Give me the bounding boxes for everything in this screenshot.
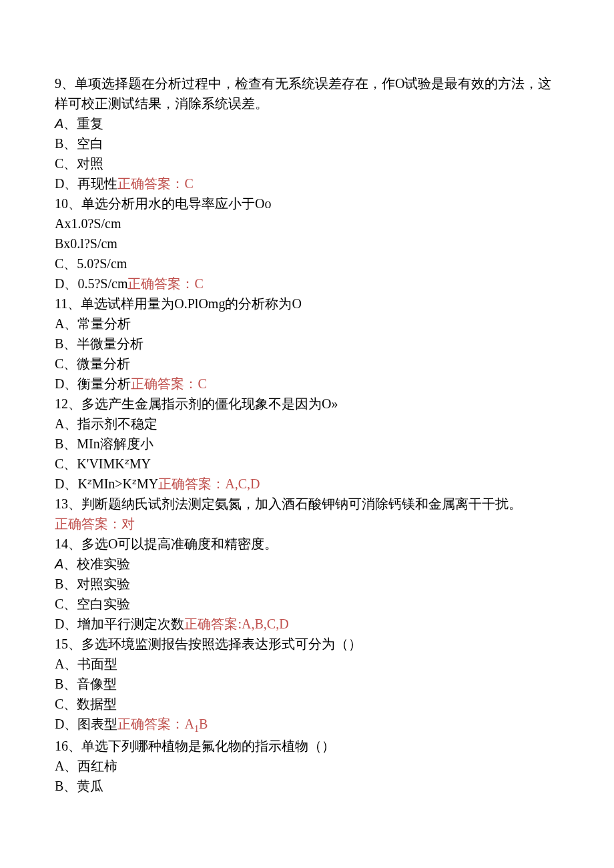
- q11-option-a: A、常量分析: [55, 314, 559, 334]
- q12-prompt: 12、多选产生金属指示剂的僵化现象不是因为O»: [55, 394, 559, 414]
- q10-option-b: Bx0.l?S/cm: [55, 234, 559, 254]
- italic-letter: A: [55, 556, 63, 571]
- q14-option-d: D、增加平行测定次数正确答案:A,B,C,D: [55, 614, 559, 634]
- q10-answer: 正确答案：C: [127, 276, 203, 291]
- q9-option-d-text: D、再现性: [55, 176, 117, 191]
- q15-option-a: A、书面型: [55, 654, 559, 674]
- q12-option-d: D、KᶻMIn>KᶻMY正确答案：A,C,D: [55, 474, 559, 494]
- q11-option-d: D、衡量分析正确答案：C: [55, 374, 559, 394]
- q14-option-b: B、对照实验: [55, 574, 559, 594]
- q11-option-d-text: D、衡量分析: [55, 376, 131, 391]
- q9-answer: 正确答案：C: [117, 176, 193, 191]
- italic-letter: A: [55, 116, 63, 131]
- q14-prompt: 14、多选O可以提高准确度和精密度。: [55, 534, 559, 554]
- q12-answer: 正确答案：A,C,D: [158, 476, 260, 491]
- q10-option-d: D、0.5?S/cm正确答案：C: [55, 274, 559, 294]
- q11-option-b: B、半微量分析: [55, 334, 559, 354]
- q9-prompt: 9、单项选择题在分析过程中，检查有无系统误差存在，作O试验是最有效的方法，这样可…: [55, 73, 559, 113]
- q10-prompt: 10、单选分析用水的电导率应小于Oo: [55, 193, 559, 213]
- q16-option-a: A、西红柿: [55, 756, 559, 776]
- q13-prompt: 13、判断题纳氏试剂法测定氨氮，加入酒石酸钾钠可消除钙镁和金属离干干扰。: [55, 494, 559, 514]
- q9-option-c: C、对照: [55, 153, 559, 173]
- q12-option-b: B、MIn溶解度小: [55, 434, 559, 454]
- q11-prompt: 11、单选试样用量为O.PlOmg的分析称为O: [55, 294, 559, 314]
- q11-answer: 正确答案：C: [131, 376, 206, 391]
- q9-option-a: A、重复: [55, 113, 559, 133]
- q15-option-b: B、音像型: [55, 674, 559, 694]
- q15-answer-head: 正确答案：A: [117, 717, 194, 731]
- q15-option-d-text: D、图表型: [55, 717, 117, 731]
- q14-option-c: C、空白实验: [55, 594, 559, 614]
- q9-option-d: D、再现性正确答案：C: [55, 173, 559, 193]
- q12-option-a: A、指示剂不稳定: [55, 414, 559, 434]
- q14-answer: 正确答案:A,B,C,D: [184, 616, 288, 631]
- q14-option-a-text: 、校准实验: [63, 556, 130, 571]
- q15-prompt: 15、多选环境监测报告按照选择表达形式可分为（）: [55, 634, 559, 654]
- q10-option-a: Ax1.0?S/cm: [55, 213, 559, 234]
- q15-answer-sub: 1: [194, 724, 199, 734]
- q12-option-c: C、K'VIMKᶻMY: [55, 454, 559, 474]
- q13-answer: 正确答案：对: [55, 514, 559, 534]
- q14-option-a: A、校准实验: [55, 554, 559, 574]
- q12-option-d-text: D、KᶻMIn>KᶻMY: [55, 476, 158, 491]
- q16-prompt: 16、单选下列哪种植物是氟化物的指示植物（）: [55, 736, 559, 756]
- q10-option-d-text: D、0.5?S/cm: [55, 276, 127, 291]
- q15-answer-tail: B: [199, 717, 208, 731]
- q11-option-c: C、微量分析: [55, 354, 559, 374]
- q15-option-d: D、图表型正确答案：A1B: [55, 714, 559, 736]
- q15-answer: 正确答案：A1B: [117, 717, 208, 731]
- q9-option-a-text: 、重复: [63, 116, 103, 131]
- q15-option-c: C、数据型: [55, 694, 559, 714]
- q16-option-b: B、黄瓜: [55, 776, 559, 796]
- q10-option-c: C、5.0?S/cm: [55, 254, 559, 274]
- q14-option-d-text: D、增加平行测定次数: [55, 616, 184, 631]
- q9-option-b: B、空白: [55, 133, 559, 153]
